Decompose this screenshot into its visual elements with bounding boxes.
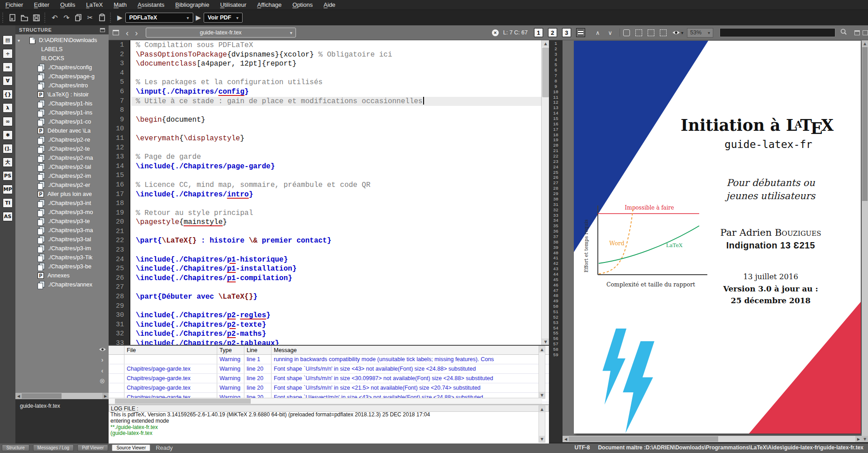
tree-item[interactable]: ./Chapitres/p3-be	[15, 262, 109, 271]
page-button-1[interactable]: 1	[534, 28, 543, 37]
pdf-viewer[interactable]: Initiation à LATEX guide-latex-fr Pour d…	[563, 40, 862, 442]
code-line[interactable]	[131, 106, 541, 115]
code-line[interactable]	[131, 124, 541, 134]
page-button-2[interactable]: 2	[548, 28, 557, 37]
structure-hscrollbar[interactable]: ◀▶	[15, 393, 109, 399]
sidebar-tab-misc-math[interactable]: ∞	[3, 117, 13, 126]
code-line[interactable]: \documentclass[a4paper, 12pt]{report}	[131, 59, 541, 69]
code-line[interactable]: \PassOptionsToPackage{dvipsnames}{xcolor…	[131, 50, 541, 60]
run-compile-button[interactable]: ▶	[114, 14, 125, 22]
next-error-icon[interactable]: ›	[101, 356, 104, 363]
copy-icon[interactable]	[72, 12, 84, 24]
status-tab-structure[interactable]: Structure	[2, 444, 29, 451]
search-icon[interactable]	[840, 28, 847, 37]
menu-item-options[interactable]: Options	[287, 0, 318, 10]
tree-item[interactable]: PDébuter avec \La	[15, 126, 109, 135]
menu-item-fichier[interactable]: Fichier	[0, 0, 29, 10]
code-line[interactable]	[131, 199, 541, 209]
sidebar-tab-tikz[interactable]: TI	[3, 198, 13, 208]
tree-item[interactable]: ./Chapitres/p2-tal	[15, 162, 109, 172]
code-line[interactable]	[131, 246, 541, 255]
nav-back-button[interactable]: ‹	[123, 29, 132, 37]
tree-item[interactable]: ./Chapitres/p3-ma	[15, 226, 109, 235]
previous-page-icon[interactable]: ∧	[591, 29, 604, 36]
tree-item[interactable]: ./Chapitres/p1-ins	[15, 108, 109, 117]
log-vscrollbar[interactable]: ▲▼	[539, 405, 545, 443]
menu-item-utilisateur[interactable]: Utilisateur	[215, 0, 252, 10]
detach-editor-icon[interactable]	[113, 30, 119, 35]
menu-item-aide[interactable]: Aide	[318, 0, 341, 10]
preview-eye-button[interactable]: ▾	[672, 30, 683, 35]
tree-item[interactable]: ./Chapitres/p3-Tik	[15, 253, 109, 262]
redo-icon[interactable]: ↷	[61, 12, 72, 24]
source-editor[interactable]: 1234567891011121314151617181920212223242…	[109, 40, 549, 345]
close-pdf-icon[interactable]	[863, 30, 868, 35]
tree-item[interactable]: ./Chapitres/p3-tal	[15, 235, 109, 244]
tree-item[interactable]: ./Chapitres/p3-mo	[15, 208, 109, 217]
code-line[interactable]	[131, 283, 541, 292]
code-line[interactable]	[131, 143, 541, 153]
code-line[interactable]: \include{./Chapitres/intro}	[131, 190, 541, 200]
code-line[interactable]: \part{\LaTeX{} : histoire \& premier con…	[131, 236, 541, 246]
page-button-3[interactable]: 3	[562, 28, 571, 37]
menu-item-outils[interactable]: Outils	[55, 0, 81, 10]
open-file-button[interactable]	[19, 12, 30, 24]
sidebar-tab-misc-symbols[interactable]: ∀	[3, 76, 13, 86]
messages-vscrollbar[interactable]: ▲▼	[539, 346, 545, 399]
code-line[interactable]: \part{Débuter avec \LaTeX{}}	[131, 292, 541, 302]
menu-item-bibliographie[interactable]: Bibliographie	[170, 0, 215, 10]
sidebar-tab-delimiters[interactable]: {}	[3, 90, 13, 99]
pdf-search-input[interactable]	[720, 28, 835, 37]
sidebar-tab-arrow-symbols[interactable]: ⇒	[3, 62, 13, 72]
code-line[interactable]: \include{./Chapitres/p1-compilation}	[131, 274, 541, 283]
tree-item[interactable]: BLOCKS	[15, 54, 109, 63]
code-line[interactable]: \everymath{\displaystyle}	[131, 134, 541, 143]
sidebar-tab-asymptote[interactable]: AS	[3, 212, 13, 221]
tree-item[interactable]: ./Chapitres/p1-his	[15, 99, 109, 108]
sidebar-tab-brackets[interactable]: (].	[3, 144, 13, 153]
zoom-select[interactable]: 53% ▾	[687, 28, 713, 38]
tree-item[interactable]: ./Chapitres/page-g	[15, 72, 109, 81]
open-file-select[interactable]: guide-latex-fr.tex ▾	[146, 28, 296, 38]
fit-page-icon[interactable]	[635, 29, 642, 36]
message-row[interactable]: Chapitres/page-garde.texWarningline 20Fo…	[109, 383, 549, 393]
menu-item-affichage[interactable]: Affichage	[252, 0, 287, 10]
code-line[interactable]: % Page de garde	[131, 153, 541, 162]
open-file-label[interactable]: guide-latex-fr.tex	[15, 399, 109, 409]
pdf-vscrollbar[interactable]: ▲ ▼	[862, 40, 868, 442]
menu-item-editer[interactable]: Editer	[29, 0, 55, 10]
undo-icon[interactable]: ↶	[49, 12, 61, 24]
sidebar-tab-most-used[interactable]: ✱	[3, 130, 13, 140]
view-pdf-select[interactable]: Voir PDF ▾	[204, 13, 243, 23]
sidebar-tab-relation-symbols[interactable]: ÷	[3, 49, 13, 58]
compiler-select[interactable]: PDFLaTeX ▾	[125, 13, 193, 23]
code-line[interactable]: \include{./Chapitres/p1-historique}	[131, 255, 541, 265]
run-view-button[interactable]: ▶	[193, 14, 204, 22]
editor-vscrollbar[interactable]: ▲ ▼	[541, 40, 549, 345]
menu-item-math[interactable]: Math	[108, 0, 132, 10]
new-document-button[interactable]	[7, 12, 19, 24]
sidebar-tab-structure[interactable]: ▤	[3, 35, 13, 45]
previous-error-icon[interactable]: ‹	[101, 367, 104, 374]
code-line[interactable]: \pagestyle{mainstyle}	[131, 218, 541, 227]
tree-item[interactable]: ./Chapitres/p2-re	[15, 135, 109, 144]
rotate-icon[interactable]	[623, 29, 630, 36]
tree-expand-caret-icon[interactable]: ▾	[18, 38, 23, 43]
dock-icon[interactable]	[100, 28, 105, 32]
code-line[interactable]	[131, 302, 541, 311]
code-line[interactable]: \input{./Chapitres/config}	[131, 87, 541, 97]
code-line[interactable]: % Les packages et la configuration utili…	[131, 78, 541, 87]
tree-item[interactable]: ./Chapitres/p3-int	[15, 199, 109, 208]
close-document-icon[interactable]: ×	[492, 29, 499, 36]
show-log-eye-icon[interactable]	[99, 347, 106, 352]
presentation-icon[interactable]	[660, 29, 667, 36]
tree-item[interactable]: ./Chapitres/p3-im	[15, 244, 109, 253]
sidebar-tab-misc-text[interactable]: 大	[3, 157, 13, 167]
code-line[interactable]: \include{./Chapitres/p1-installation}	[131, 264, 541, 274]
cut-icon[interactable]: ✂	[84, 12, 96, 24]
message-row[interactable]: Chapitres/page-garde.texWarningline 20Fo…	[109, 374, 549, 383]
sidebar-tab-metapost[interactable]: MP	[3, 185, 13, 194]
menu-item-assistants[interactable]: Assistants	[132, 0, 170, 10]
message-row[interactable]: Warningline 1running in backwards compat…	[109, 355, 549, 364]
tree-item[interactable]: ./Chapitres/p1-co	[15, 117, 109, 126]
